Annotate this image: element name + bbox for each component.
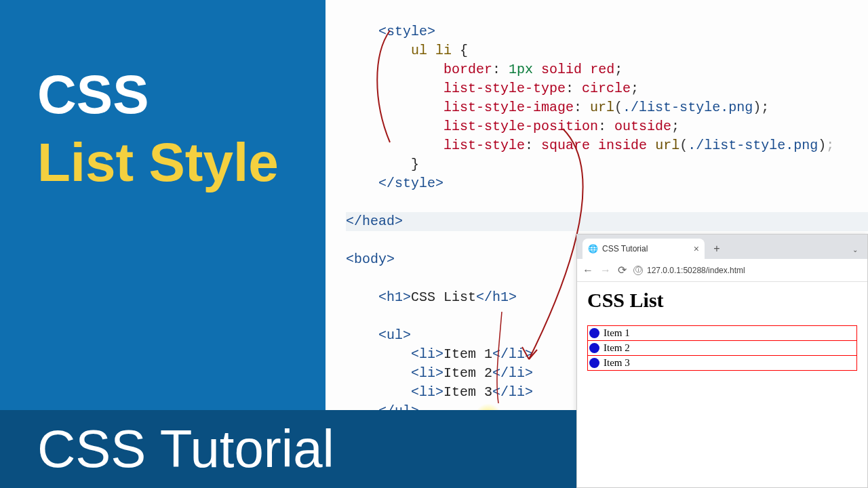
bottom-bar-label: CSS Tutorial — [37, 418, 334, 480]
css-selector: ul li — [411, 43, 452, 58]
list-item: Item 3 — [587, 355, 857, 371]
browser-tab-strip: 🌐 CSS Tutorial × + ⌄ — [577, 235, 867, 259]
new-tab-button[interactable]: + — [709, 241, 725, 257]
page-heading: CSS List — [587, 289, 857, 312]
close-icon[interactable]: × — [694, 243, 699, 254]
url-text: 127.0.0.1:50288/index.html — [647, 266, 745, 275]
window-controls: ⌄ — [846, 243, 867, 259]
list-item: Item 2 — [587, 340, 857, 356]
bullet-icon — [589, 343, 599, 353]
bullet-icon — [589, 328, 599, 338]
page-viewport: CSS List Item 1 Item 2 Item 3 — [577, 282, 867, 377]
tab-title: CSS Tutorial — [602, 244, 648, 253]
tag-style-close: </style> — [378, 176, 443, 191]
bottom-bar: CSS Tutorial — [0, 410, 576, 488]
globe-icon: 🌐 — [588, 244, 598, 253]
tag-head-close: </head> — [346, 214, 403, 229]
browser-tab[interactable]: 🌐 CSS Tutorial × — [583, 239, 705, 259]
tag-style-open: <style> — [378, 24, 435, 39]
reload-icon[interactable]: ⟳ — [618, 264, 627, 277]
bullet-icon — [589, 358, 599, 368]
title-line-1: CSS — [37, 68, 149, 122]
page-list: Item 1 Item 2 Item 3 — [587, 325, 857, 371]
browser-window: 🌐 CSS Tutorial × + ⌄ ← → ⟳ ⓘ 127.0.0.1:5… — [576, 234, 868, 488]
back-icon[interactable]: ← — [583, 264, 593, 277]
list-item: Item 1 — [587, 325, 857, 341]
site-info-icon[interactable]: ⓘ — [633, 266, 643, 275]
address-bar: ← → ⟳ ⓘ 127.0.0.1:50288/index.html — [577, 259, 867, 282]
title-line-2: List Style — [37, 136, 279, 190]
url-field[interactable]: ⓘ 127.0.0.1:50288/index.html — [633, 266, 862, 275]
chevron-down-icon[interactable]: ⌄ — [846, 243, 865, 256]
forward-icon[interactable]: → — [600, 264, 611, 277]
tag-body-open: <body> — [346, 251, 395, 267]
